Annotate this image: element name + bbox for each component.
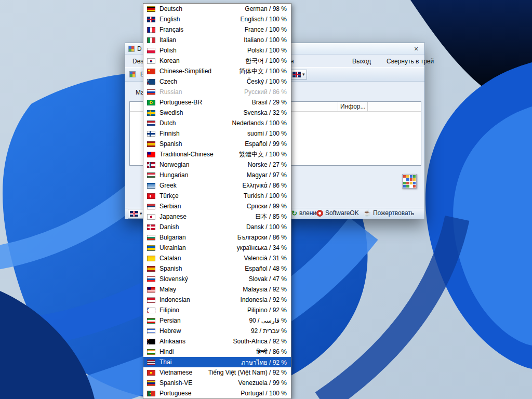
language-menu-item[interactable]: Catalan Valencià / 31 %	[143, 253, 291, 263]
language-menu-item[interactable]: Chinese-Simplified 简体中文 / 100 %	[143, 66, 291, 76]
language-menu-item[interactable]: Czech Český / 100 %	[143, 76, 291, 87]
language-name: Malay	[159, 286, 243, 293]
language-name: Spanish	[159, 140, 245, 148]
language-detail: suomi / 100 %	[247, 130, 287, 137]
language-menu-item[interactable]: Bulgarian Български / 86 %	[143, 232, 291, 243]
language-menu-item[interactable]: Afrikaans South-Africa / 92 %	[143, 336, 291, 347]
footer-language-combo[interactable]: ▾	[128, 209, 144, 219]
language-name: Danish	[159, 223, 246, 231]
language-menu-item[interactable]: Türkçe Turkish / 100 %	[143, 191, 291, 201]
language-menu-item[interactable]: Spanish-VE Venezuela / 99 %	[143, 378, 291, 388]
language-name: Spanish	[159, 265, 245, 272]
menu-item-minimize-to-tray[interactable]: Свернуть в трей	[387, 58, 434, 65]
language-detail: Magyar / 97 %	[247, 171, 287, 179]
language-name: Bulgarian	[159, 234, 237, 241]
flag-icon	[147, 297, 155, 303]
language-name: Hindi	[159, 348, 257, 355]
language-detail: Nederlands / 100 %	[232, 119, 287, 127]
language-name: Serbian	[159, 203, 247, 210]
flag-icon	[147, 17, 155, 22]
language-detail: Български / 86 %	[237, 234, 287, 241]
language-menu-item[interactable]: Hebrew עברית / 92 %	[143, 326, 291, 336]
language-menu-item[interactable]: Malay Malaysia / 92 %	[143, 284, 291, 295]
language-detail: Turkish / 100 %	[244, 192, 287, 200]
language-name: Ukrainian	[159, 244, 237, 251]
language-menu-item[interactable]: Greek Ελληνικά / 86 %	[143, 180, 291, 191]
language-menu-item[interactable]: Filipino Pilipino / 92 %	[143, 305, 291, 315]
language-detail: Český / 100 %	[247, 78, 287, 85]
language-detail: Tiếng Việt (Việt Nam) / 92 %	[208, 369, 287, 376]
flag-icon	[147, 287, 155, 292]
language-menu-item[interactable]: Norwegian Norske / 27 %	[143, 159, 291, 170]
language-name: Italian	[159, 36, 244, 44]
language-name: Japanese	[159, 213, 255, 220]
softwareok-button[interactable]: SoftwareOK	[316, 209, 359, 217]
language-menu-item[interactable]: Italian Italiano / 100 %	[143, 35, 291, 45]
language-menu-item[interactable]: Hungarian Magyar / 97 %	[143, 170, 291, 180]
language-menu-item[interactable]: Thai ภาษาไทย / 92 %	[143, 357, 291, 367]
language-menu-item[interactable]: Swedish Svenska / 32 %	[143, 108, 291, 118]
language-menu-item[interactable]: Traditional-Chinese 繁體中文 / 100 %	[143, 149, 291, 159]
language-name: Persian	[159, 317, 249, 324]
language-name: Russian	[159, 88, 244, 96]
language-menu-item[interactable]: Vietnamese Tiếng Việt (Việt Nam) / 92 %	[143, 367, 291, 378]
language-menu-item[interactable]: Danish Dansk / 100 %	[143, 222, 291, 232]
language-detail: Venezuela / 99 %	[238, 379, 287, 387]
flag-icon	[147, 89, 155, 95]
language-detail: Pilipino / 92 %	[247, 307, 287, 314]
language-detail: Español / 99 %	[245, 140, 287, 148]
language-menu-item[interactable]: Hindi हिन्दी / 86 %	[143, 347, 291, 357]
language-menu-item[interactable]: Korean 한국어 / 100 %	[143, 56, 291, 66]
flag-icon	[147, 162, 155, 168]
donate-button[interactable]: ☕ Пожертвовать	[363, 209, 414, 217]
flag-icon	[147, 6, 155, 12]
language-detail: українська / 34 %	[237, 244, 287, 251]
flag-icon	[147, 214, 155, 220]
flag-icon	[147, 308, 155, 313]
toolbar-language-combo[interactable]: ▾	[290, 70, 307, 79]
language-name: Hebrew	[159, 327, 251, 335]
listview-column-info[interactable]: Инфор...	[338, 102, 368, 112]
language-menu-item[interactable]: Persian فارسی / 90 %	[143, 315, 291, 326]
update-button[interactable]: ↻ вление	[291, 209, 320, 217]
language-detail: Slovak / 47 %	[249, 275, 287, 283]
language-menu-item[interactable]: Polish Polski / 100 %	[143, 45, 291, 56]
close-icon[interactable]: ×	[411, 44, 421, 54]
language-menu-item[interactable]: Slovenský Slovak / 47 %	[143, 274, 291, 284]
language-name: English	[159, 16, 241, 23]
language-menu-item[interactable]: Portuguese-BR Brasil / 29 %	[143, 97, 291, 108]
language-menu-item[interactable]: Russian Русский / 86 %	[143, 87, 291, 97]
menu-item-exit[interactable]: Выход	[352, 58, 371, 65]
flag-icon	[147, 152, 155, 157]
language-menu-item[interactable]: Japanese 日本 / 85 %	[143, 211, 291, 222]
flag-icon	[147, 245, 155, 251]
language-menu-item[interactable]: Indonesian Indonesia / 92 %	[143, 295, 291, 305]
flag-icon	[292, 72, 301, 77]
language-menu-item[interactable]: Ukrainian українська / 34 %	[143, 243, 291, 253]
language-menu-item[interactable]: Serbian Српски / 99 %	[143, 201, 291, 211]
language-name: Hungarian	[159, 171, 247, 179]
language-detail: Norske / 27 %	[248, 161, 287, 168]
language-detail: Español / 48 %	[245, 265, 287, 272]
language-menu-item[interactable]: Spanish Español / 99 %	[143, 139, 291, 149]
language-name: Dutch	[159, 119, 232, 127]
app-logo-icon	[128, 46, 135, 52]
language-detail: ภาษาไทย / 92 %	[241, 357, 287, 367]
language-name: Czech	[159, 78, 247, 85]
flag-icon	[147, 276, 155, 282]
language-menu-item[interactable]: Dutch Nederlands / 100 %	[143, 118, 291, 128]
language-name: Spanish-VE	[159, 379, 238, 387]
flag-icon	[147, 110, 155, 116]
language-menu-item[interactable]: Portuguese Portugal / 100 %	[143, 388, 291, 398]
language-detail: 日本 / 85 %	[255, 212, 287, 221]
language-name: Filipino	[159, 307, 247, 314]
language-menu-item[interactable]: Français France / 100 %	[143, 24, 291, 35]
language-menu-item[interactable]: Deutsch German / 98 %	[143, 4, 291, 14]
language-menu-item[interactable]: Spanish Español / 48 %	[143, 263, 291, 274]
language-menu-item[interactable]: Finnish suomi / 100 %	[143, 128, 291, 139]
flag-icon	[147, 328, 155, 334]
flag-icon	[147, 37, 155, 43]
language-detail: Ελληνικά / 86 %	[243, 182, 287, 189]
language-detail: עברית / 92 %	[251, 327, 287, 335]
language-menu-item[interactable]: English Englisch / 100 %	[143, 14, 291, 24]
